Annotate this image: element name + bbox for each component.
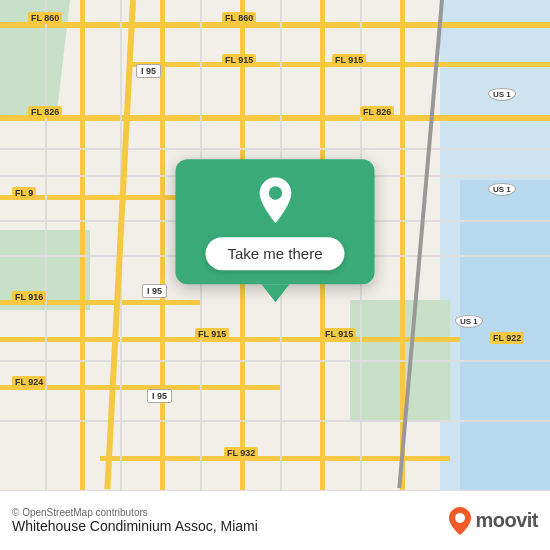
minor-road-h6: [0, 420, 550, 422]
map-popup: Take me there: [175, 159, 374, 302]
label-fl924: FL 924: [12, 376, 46, 388]
shield-i95-bottom: I 95: [147, 389, 172, 403]
location-name: Whitehouse Condiminium Assoc, Miami: [12, 518, 258, 534]
svg-point-0: [268, 186, 281, 199]
take-me-there-button[interactable]: Take me there: [205, 237, 344, 270]
label-fl860-mid: FL 860: [222, 12, 256, 24]
label-fl860-left: FL 860: [28, 12, 62, 24]
label-fl826-right: FL 826: [360, 106, 394, 118]
road-fl932: [100, 456, 450, 461]
minor-road-v1: [45, 0, 47, 490]
bottom-left: © OpenStreetMap contributors Whitehouse …: [12, 507, 258, 534]
minor-road-h1: [0, 148, 550, 150]
popup-card: Take me there: [175, 159, 374, 284]
label-fl932: FL 932: [224, 447, 258, 459]
minor-road-h5: [0, 360, 550, 362]
label-fl826-left: FL 826: [28, 106, 62, 118]
label-fl915-lower-right: FL 915: [322, 328, 356, 340]
road-fl915-lower: [0, 337, 460, 342]
label-fl915-upper-mid: FL 915: [222, 54, 256, 66]
popup-tail: [261, 284, 289, 302]
map-container: FL 860 FL 860 FL 826 FL 826 FL 915 FL 91…: [0, 0, 550, 490]
moovit-pin-icon: [449, 507, 471, 535]
moovit-text: moovit: [475, 509, 538, 532]
shield-i95-top: I 95: [136, 64, 161, 78]
road-v1: [80, 0, 85, 490]
label-fl9: FL 9: [12, 187, 36, 199]
label-fl916: FL 916: [12, 291, 46, 303]
label-fl922: FL 922: [490, 332, 524, 344]
moovit-logo: moovit: [449, 507, 538, 535]
shield-i95-mid: I 95: [142, 284, 167, 298]
svg-point-1: [455, 513, 465, 523]
label-fl915-upper-right: FL 915: [332, 54, 366, 66]
label-fl915-lower-mid: FL 915: [195, 328, 229, 340]
bottom-bar: © OpenStreetMap contributors Whitehouse …: [0, 490, 550, 550]
osm-credit: © OpenStreetMap contributors: [12, 507, 258, 518]
location-pin-icon: [250, 177, 300, 227]
